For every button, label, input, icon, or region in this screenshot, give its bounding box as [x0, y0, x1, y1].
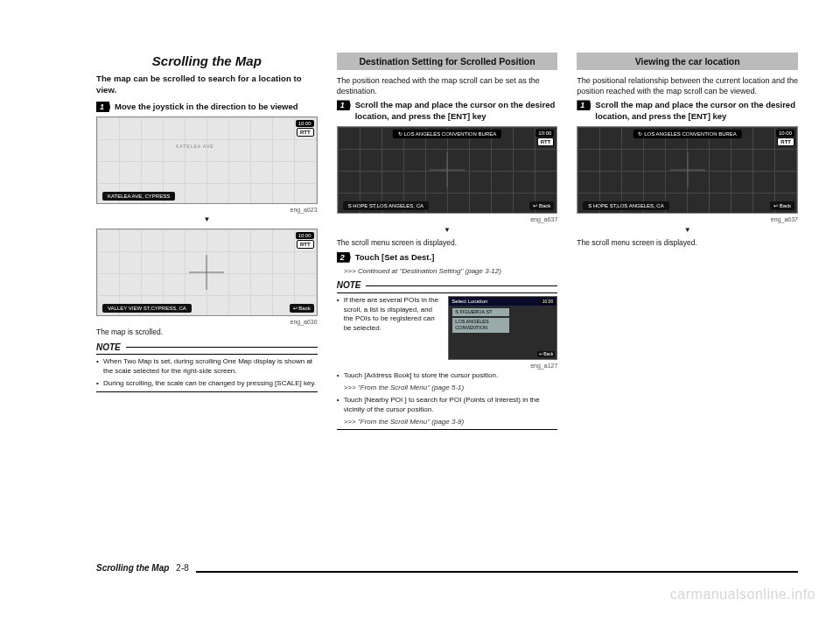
poi-top-bar: ↻ LOS ANGELES CONVENTION BUREA: [393, 130, 501, 138]
subsection-title: Viewing the car location: [577, 53, 798, 70]
list-item: LOS ANGELES CONVENTION: [452, 318, 509, 333]
note-item: When Two Map is set, during scrolling On…: [96, 357, 318, 377]
location-bar: VALLEY VIEW ST,CYPRESS, CA: [102, 304, 192, 313]
down-arrow-icon: ▼: [337, 226, 558, 236]
clock-badge: 10:00: [776, 130, 794, 137]
crosshair-icon: [670, 152, 705, 187]
note-item: Touch [Address Book] to store the cursor…: [337, 371, 558, 381]
note-item: Touch [Nearby POI ] to search for POI (P…: [337, 396, 558, 415]
footer-section-title: Scrolling the Map: [96, 563, 169, 573]
figure-caption: eng_a637: [577, 215, 798, 223]
location-bar: S HOPE ST,LOS ANGELES, CA: [583, 201, 668, 210]
footer-page-number: 2-8: [176, 563, 188, 573]
note-list: Touch [Address Book] to store the cursor…: [337, 371, 558, 381]
note-item: During scrolling, the scale can be chang…: [96, 379, 318, 389]
cross-reference: >>> "From the Scroll Menu" (page 5-1): [337, 384, 558, 393]
map-screenshot-dark: ↻ LOS ANGELES CONVENTION BUREA 10:00 RTT…: [577, 126, 798, 214]
note-with-thumbnail: If there are several POIs in the scroll,…: [337, 296, 558, 360]
back-button: ↩ Back: [529, 201, 554, 210]
clock-badge: 10:00: [541, 299, 556, 305]
clock-badge: 10:00: [536, 130, 554, 137]
column-middle: Destination Setting for Scrolled Positio…: [337, 53, 558, 435]
figure-caption: eng_a636: [96, 318, 318, 326]
figure-caption: eng_a623: [96, 206, 318, 214]
clock-badge: 10:00: [296, 232, 314, 239]
rtt-badge: RTT: [537, 137, 555, 146]
column-right: Viewing the car location The positional …: [577, 53, 798, 435]
street-label: KATELEA AVE: [176, 144, 214, 150]
lead-text: The map can be scrolled to search for a …: [96, 74, 318, 96]
result-text: The scroll menu screen is displayed.: [577, 238, 798, 248]
select-location-screenshot: Select Location S FIGUEROA ST LOS ANGELE…: [448, 296, 557, 360]
map-screenshot-2: 10:00 RTT VALLEY VIEW ST,CYPRESS, CA ↩ B…: [96, 229, 318, 316]
figure-caption: eng_a127: [337, 362, 558, 370]
figure-caption: eng_a637: [337, 215, 558, 223]
crosshair-icon: [189, 255, 224, 290]
step-1: 1 Scroll the map and place the cursor on…: [337, 100, 558, 123]
step-1: 1 Scroll the map and place the cursor on…: [577, 100, 798, 123]
crosshair-icon: [430, 152, 465, 187]
section-title: Scrolling the Map: [96, 53, 318, 70]
page-footer: Scrolling the Map 2-8: [96, 563, 798, 573]
note-list: When Two Map is set, during scrolling On…: [96, 357, 318, 388]
step-number-icon: 2: [337, 252, 351, 263]
map-screenshot-dark: ↻ LOS ANGELES CONVENTION BUREA 10:00 RTT…: [337, 126, 558, 214]
cross-reference: >>> "From the Scroll Menu" (page 3-9): [337, 418, 558, 427]
step-2: 2 Touch [Set as Dest.]: [337, 252, 558, 264]
footer-rule: [196, 571, 798, 573]
down-arrow-icon: ▼: [96, 215, 318, 225]
down-arrow-icon: ▼: [577, 226, 798, 236]
lead-text: The position reached with the map scroll…: [337, 75, 558, 96]
step-number-icon: 1: [337, 100, 351, 110]
subsection-title: Destination Setting for Scrolled Positio…: [337, 53, 558, 70]
result-text: The scroll menu screen is displayed.: [337, 238, 558, 248]
map-screenshot-1: KATELEA AVE 10:00 RTT KATELEA AVE, CYPRE…: [96, 116, 318, 204]
rtt-badge: RTT: [297, 128, 314, 137]
location-bar: S HOPE ST,LOS ANGELES, CA: [343, 201, 429, 210]
poi-top-bar: ↻ LOS ANGELES CONVENTION BUREA: [633, 130, 741, 138]
page: Scrolling the Map The map can be scrolle…: [0, 0, 840, 461]
note-heading: NOTE: [96, 342, 318, 356]
back-button: ↩ Back: [290, 304, 314, 313]
list-item: S FIGUEROA ST: [452, 308, 509, 316]
step-number-icon: 1: [96, 102, 110, 112]
back-button: ↩ Back: [770, 201, 794, 210]
note-heading: NOTE: [337, 279, 558, 293]
rtt-badge: RTT: [297, 240, 314, 249]
cross-reference: >>> Continued at "Destination Setting" (…: [337, 267, 558, 277]
watermark: carmanualsonline.info: [670, 587, 816, 602]
lead-text: The positional relationship between the …: [577, 75, 798, 96]
step-text: Move the joystick in the direction to be…: [115, 102, 318, 113]
rtt-badge: RTT: [777, 137, 794, 146]
step-1: 1 Move the joystick in the direction to …: [96, 102, 318, 113]
result-text: The map is scrolled.: [96, 328, 318, 337]
step-text: Touch [Set as Dest.]: [355, 252, 558, 264]
column-left: Scrolling the Map The map can be scrolle…: [96, 53, 318, 435]
clock-badge: 10:00: [296, 120, 314, 127]
step-text: Scroll the map and place the cursor on t…: [355, 100, 558, 123]
note-list: Touch [Nearby POI ] to search for POI (P…: [337, 396, 558, 415]
step-number-icon: 1: [577, 100, 591, 110]
note-item: If there are several POIs in the scroll,…: [337, 296, 444, 334]
location-bar: KATELEA AVE, CYPRESS: [102, 192, 175, 201]
back-button: ↩ Back: [537, 351, 556, 357]
step-text: Scroll the map and place the cursor on t…: [595, 100, 798, 123]
